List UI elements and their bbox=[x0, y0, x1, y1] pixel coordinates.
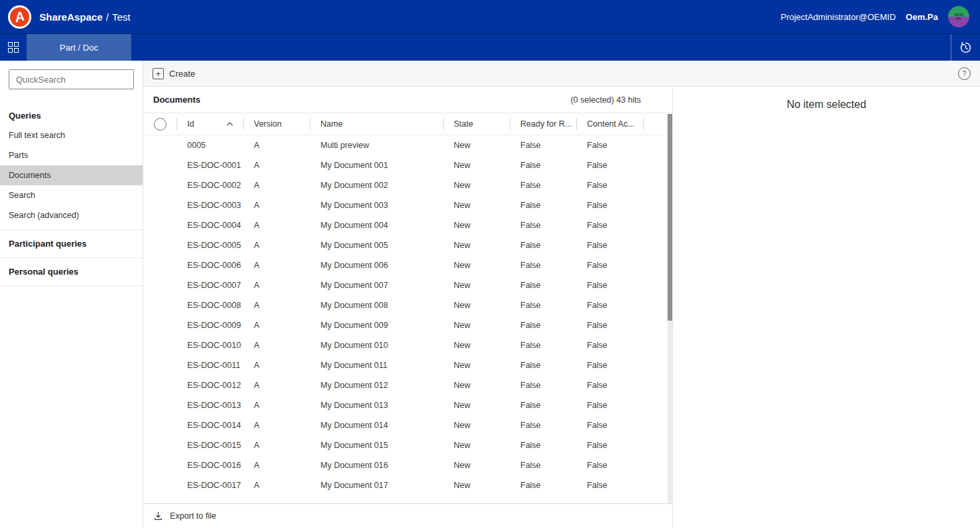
table-row[interactable]: ES-DOC-0015 A My Document 015 New False … bbox=[143, 435, 672, 455]
cell-content-access: False bbox=[577, 395, 644, 415]
tab-part-doc[interactable]: Part / Doc bbox=[27, 34, 131, 61]
cell-select bbox=[143, 415, 177, 435]
cell-content-access: False bbox=[577, 135, 644, 155]
cell-name: My Document 015 bbox=[310, 435, 444, 455]
cell-ready-for-release: False bbox=[510, 295, 577, 315]
cell-state: New bbox=[444, 255, 510, 275]
create-button[interactable]: + Create bbox=[153, 68, 195, 79]
table-row[interactable]: ES-DOC-0010 A My Document 010 New False … bbox=[143, 335, 672, 355]
cell-content-access: False bbox=[577, 275, 644, 295]
column-header-id[interactable]: Id bbox=[177, 113, 244, 135]
app-root: A ShareAspace/Test ProjectAdministrator@… bbox=[0, 0, 980, 528]
cell-name: My Document 013 bbox=[310, 395, 444, 415]
sidebar-item-search[interactable]: Search bbox=[0, 185, 143, 205]
cell-id: 0005 bbox=[177, 135, 244, 155]
cell-name: My Document 006 bbox=[310, 255, 444, 275]
select-all-checkbox[interactable] bbox=[143, 113, 177, 135]
cell-content-access: False bbox=[577, 435, 644, 455]
cell-version: A bbox=[244, 155, 310, 175]
cell-name: My Document 014 bbox=[310, 415, 444, 435]
cell-id: ES-DOC-0008 bbox=[177, 295, 244, 315]
table-row[interactable]: ES-DOC-0017 A My Document 017 New False … bbox=[143, 475, 672, 495]
help-icon[interactable]: ? bbox=[958, 67, 971, 80]
table-row[interactable]: ES-DOC-0014 A My Document 014 New False … bbox=[143, 415, 672, 435]
cell-name: My Document 007 bbox=[310, 275, 444, 295]
space-name: Test bbox=[112, 11, 131, 23]
cell-select bbox=[143, 195, 177, 215]
quicksearch-input[interactable] bbox=[9, 69, 134, 89]
column-header-content-access[interactable]: Content Ac... bbox=[577, 113, 644, 135]
cell-state: New bbox=[444, 475, 510, 495]
cell-state: New bbox=[444, 195, 510, 215]
nav-right bbox=[951, 34, 980, 61]
sidebar-item-documents[interactable]: Documents bbox=[0, 165, 143, 185]
table-row[interactable]: ES-DOC-0005 A My Document 005 New False … bbox=[143, 235, 672, 255]
column-header-ready-for-release[interactable]: Ready for R... bbox=[510, 113, 577, 135]
column-header-name[interactable]: Name bbox=[310, 113, 444, 135]
apps-grid-icon[interactable] bbox=[0, 34, 27, 61]
cell-version: A bbox=[244, 355, 310, 375]
cell-id: ES-DOC-0013 bbox=[177, 395, 244, 415]
cell-ready-for-release: False bbox=[510, 215, 577, 235]
cell-select bbox=[143, 395, 177, 415]
table-row[interactable]: ES-DOC-0012 A My Document 012 New False … bbox=[143, 375, 672, 395]
cell-select bbox=[143, 475, 177, 495]
table-row[interactable]: ES-DOC-0009 A My Document 009 New False … bbox=[143, 315, 672, 335]
cell-select bbox=[143, 135, 177, 155]
cell-state: New bbox=[444, 155, 510, 175]
table-row[interactable]: ES-DOC-0016 A My Document 016 New False … bbox=[143, 455, 672, 475]
cell-state: New bbox=[444, 175, 510, 195]
table-row[interactable]: ES-DOC-0011 A My Document 011 New False … bbox=[143, 355, 672, 375]
cell-name: My Document 016 bbox=[310, 455, 444, 475]
column-header-version[interactable]: Version bbox=[244, 113, 310, 135]
cell-id: ES-DOC-0006 bbox=[177, 255, 244, 275]
cell-select bbox=[143, 175, 177, 195]
cell-id: ES-DOC-0010 bbox=[177, 335, 244, 355]
cell-content-access: False bbox=[577, 455, 644, 475]
cell-state: New bbox=[444, 295, 510, 315]
column-header-state[interactable]: State bbox=[444, 113, 510, 135]
cell-select bbox=[143, 155, 177, 175]
sidebar-item-parts[interactable]: Parts bbox=[0, 145, 143, 165]
cell-ready-for-release: False bbox=[510, 175, 577, 195]
cell-ready-for-release: False bbox=[510, 435, 577, 455]
column-header-id-label: Id bbox=[187, 119, 194, 129]
table-row[interactable]: ES-DOC-0003 A My Document 003 New False … bbox=[143, 195, 672, 215]
table-header-row: Id Version Name State Ready for R... Con… bbox=[143, 113, 672, 135]
table-row[interactable]: ES-DOC-0013 A My Document 013 New False … bbox=[143, 395, 672, 415]
table-row[interactable]: ES-DOC-0007 A My Document 007 New False … bbox=[143, 275, 672, 295]
cell-name: My Document 002 bbox=[310, 175, 444, 195]
history-icon[interactable] bbox=[951, 34, 980, 61]
sidebar-item-full-text-search[interactable]: Full text search bbox=[0, 125, 143, 145]
user-short-name: Oem.Pa bbox=[906, 12, 938, 22]
cell-version: A bbox=[244, 375, 310, 395]
user-avatar[interactable]: OEM PA bbox=[948, 6, 969, 27]
brand-name: ShareAspace bbox=[39, 11, 103, 23]
table-row[interactable]: 0005 A Multi preview New False False bbox=[143, 135, 672, 155]
scrollbar-thumb[interactable] bbox=[668, 114, 672, 321]
sidebar-section-participant-queries[interactable]: Participant queries bbox=[0, 230, 143, 258]
create-button-label: Create bbox=[169, 69, 195, 79]
cell-id: ES-DOC-0001 bbox=[177, 155, 244, 175]
cell-version: A bbox=[244, 295, 310, 315]
export-button[interactable]: Export to file bbox=[153, 511, 216, 521]
cell-version: A bbox=[244, 395, 310, 415]
table-row[interactable]: ES-DOC-0006 A My Document 006 New False … bbox=[143, 255, 672, 275]
cell-content-access: False bbox=[577, 175, 644, 195]
table-scrollbar[interactable] bbox=[668, 114, 672, 503]
cell-ready-for-release: False bbox=[510, 375, 577, 395]
sidebar-item-search-advanced[interactable]: Search (advanced) bbox=[0, 205, 143, 225]
plus-icon: + bbox=[153, 68, 164, 79]
sidebar-section-personal-queries[interactable]: Personal queries bbox=[0, 258, 143, 286]
cell-version: A bbox=[244, 175, 310, 195]
table-row[interactable]: ES-DOC-0008 A My Document 008 New False … bbox=[143, 295, 672, 315]
cell-id: ES-DOC-0011 bbox=[177, 355, 244, 375]
table-row[interactable]: ES-DOC-0001 A My Document 001 New False … bbox=[143, 155, 672, 175]
cell-ready-for-release: False bbox=[510, 275, 577, 295]
table-row[interactable]: ES-DOC-0002 A My Document 002 New False … bbox=[143, 175, 672, 195]
table-row[interactable]: ES-DOC-0004 A My Document 004 New False … bbox=[143, 215, 672, 235]
shareaspace-logo-icon[interactable]: A bbox=[8, 5, 31, 29]
cell-ready-for-release: False bbox=[510, 395, 577, 415]
cell-ready-for-release: False bbox=[510, 355, 577, 375]
cell-select bbox=[143, 255, 177, 275]
